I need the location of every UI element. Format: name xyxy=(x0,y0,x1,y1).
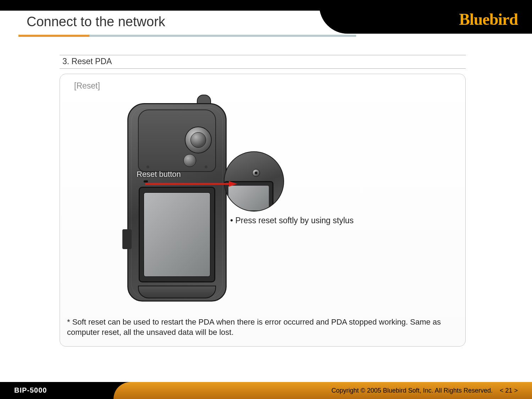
footer: BIP-5000 Copyright © 2005 Bluebird Soft,… xyxy=(0,382,532,399)
brand-logo: Bluebird xyxy=(459,10,518,29)
pda-device-illustration xyxy=(127,95,227,302)
svg-marker-1 xyxy=(229,181,237,187)
pda-hole-right xyxy=(205,165,207,168)
footer-copyright-text: Copyright © 2005 Bluebird Soft, Inc. All… xyxy=(331,387,493,394)
reset-button-callout: Reset button xyxy=(137,170,181,179)
page-title: Connect to the network xyxy=(27,14,165,29)
content: 3. Reset PDA [Reset] Reset button xyxy=(60,55,466,347)
slide: Bluebird Connect to the network 3. Reset… xyxy=(0,0,532,399)
pda-side-tab xyxy=(122,229,132,249)
panel-label: [Reset] xyxy=(74,81,100,91)
step-title: 3. Reset PDA xyxy=(60,55,466,69)
footer-page-number: < 21 > xyxy=(500,387,518,394)
title-underline-secondary xyxy=(89,35,356,37)
title-underline xyxy=(18,35,356,37)
instruction-text: • Press reset softly by using stylus xyxy=(230,216,354,225)
note-text: * Soft reset can be used to restart the … xyxy=(67,317,443,338)
footer-model: BIP-5000 xyxy=(14,386,47,394)
pda-small-button xyxy=(183,154,196,167)
arrow-icon xyxy=(145,180,237,187)
pda-screen xyxy=(144,192,210,277)
zoom-reset-hole xyxy=(252,169,260,177)
pda-dpad-center xyxy=(190,132,206,148)
pda-hole-left xyxy=(146,165,149,168)
footer-copyright: Copyright © 2005 Bluebird Soft, Inc. All… xyxy=(331,387,518,394)
pda-bottom-bar xyxy=(138,286,216,298)
illustration-panel: [Reset] Reset button xyxy=(60,74,466,347)
header-swoosh: Bluebird xyxy=(319,0,532,34)
